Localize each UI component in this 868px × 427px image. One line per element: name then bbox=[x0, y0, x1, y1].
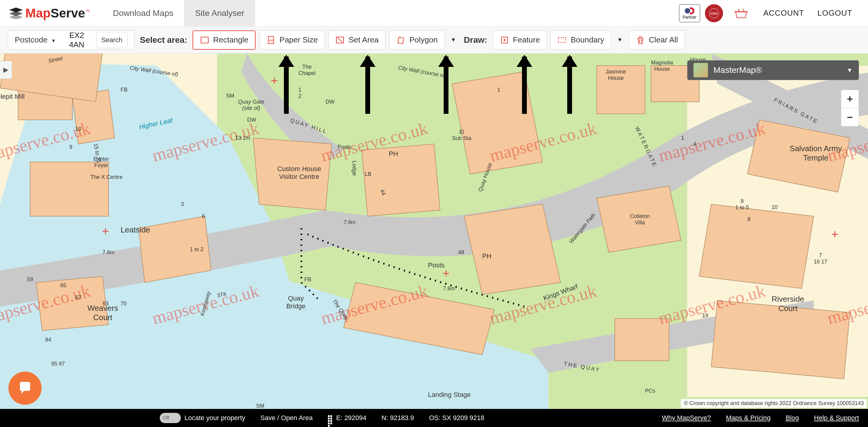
svg-marker-12 bbox=[398, 37, 404, 44]
set-area-button[interactable]: Set Area bbox=[328, 30, 385, 50]
grid-icon bbox=[328, 415, 334, 422]
zoom-out-button[interactable]: − bbox=[841, 108, 859, 126]
svg-rect-15 bbox=[558, 38, 566, 42]
boundary-icon bbox=[557, 35, 567, 45]
caret-down-icon: ▾ bbox=[50, 38, 57, 44]
polygon-icon bbox=[396, 35, 406, 45]
zoom-in-button[interactable]: + bbox=[841, 90, 859, 108]
logo[interactable]: MapServe™ bbox=[9, 6, 90, 21]
logo-tm: ™ bbox=[86, 9, 90, 14]
svg-marker-28 bbox=[253, 138, 332, 210]
feature-icon bbox=[500, 35, 509, 45]
logo-stack-icon bbox=[9, 7, 23, 19]
svg-point-14 bbox=[504, 39, 505, 41]
topbar: MapServe™ Download Maps Site Analyser Pa… bbox=[0, 0, 868, 27]
riba-icon: RIBA bbox=[709, 8, 719, 19]
locate-toggle[interactable]: Off Locate your property bbox=[160, 413, 245, 423]
zoom-control: + − bbox=[841, 90, 859, 127]
layer-thumb-icon bbox=[693, 63, 708, 77]
riba-badge[interactable]: RIBA bbox=[705, 4, 723, 22]
postcode-group: Postcode ▾ EX2 4AN Search bbox=[8, 30, 134, 50]
svg-text:RIBA: RIBA bbox=[710, 12, 718, 15]
northing: N: 92183.9 bbox=[381, 414, 414, 422]
svg-marker-25 bbox=[36, 276, 108, 331]
rectangle-icon bbox=[200, 35, 210, 45]
map-copyright: © Crown copyright and database rights 20… bbox=[681, 399, 867, 408]
side-panel-toggle[interactable]: ▶ bbox=[0, 61, 12, 79]
svg-marker-2 bbox=[9, 15, 23, 19]
os-partner-badge[interactable]: Partner bbox=[679, 4, 700, 22]
svg-point-3 bbox=[685, 8, 690, 13]
annotation-arrow bbox=[283, 57, 289, 117]
save-open-button[interactable]: Save / Open Area bbox=[260, 414, 313, 422]
os-logo-icon bbox=[684, 7, 695, 15]
toolbar: Postcode ▾ EX2 4AN Search Select area: R… bbox=[0, 27, 868, 54]
locate-label: Locate your property bbox=[184, 414, 245, 422]
select-area-label: Select area: bbox=[140, 35, 187, 45]
polygon-button[interactable]: Polygon bbox=[389, 30, 444, 50]
svg-rect-24 bbox=[30, 162, 108, 216]
svg-rect-7 bbox=[201, 37, 208, 43]
svg-marker-35 bbox=[597, 186, 681, 252]
postcode-dropdown[interactable]: Postcode ▾ bbox=[15, 35, 57, 44]
svg-rect-39 bbox=[615, 319, 669, 361]
svg-marker-26 bbox=[138, 216, 211, 283]
tab-site-analyser[interactable]: Site Analyser bbox=[184, 0, 255, 27]
set-area-icon bbox=[335, 35, 345, 45]
chat-button[interactable] bbox=[8, 371, 41, 405]
svg-line-11 bbox=[338, 38, 342, 42]
feature-button[interactable]: Feature bbox=[493, 30, 547, 50]
toggle-off-pill: Off bbox=[160, 413, 181, 423]
link-maps-pricing[interactable]: Maps & Pricing bbox=[726, 414, 771, 422]
tab-download-maps[interactable]: Download Maps bbox=[102, 0, 184, 27]
svg-marker-29 bbox=[362, 144, 440, 216]
statusbar: Off Locate your property Save / Open Are… bbox=[0, 409, 868, 427]
draw-more-caret[interactable]: ▼ bbox=[615, 37, 625, 43]
svg-rect-33 bbox=[597, 66, 645, 114]
svg-text:A4: A4 bbox=[269, 39, 273, 42]
svg-marker-38 bbox=[711, 300, 850, 379]
rectangle-button[interactable]: Rectangle bbox=[193, 30, 255, 50]
nav-tabs: Download Maps Site Analyser bbox=[102, 0, 255, 27]
os-ref: OS: SX 9209 9218 bbox=[429, 414, 484, 422]
postcode-value[interactable]: EX2 4AN bbox=[61, 31, 93, 50]
map-canvas[interactable]: mapserve.co.uk mapserve.co.uk mapserve.c… bbox=[0, 54, 868, 409]
map-tiles bbox=[0, 54, 868, 409]
draw-label: Draw: bbox=[464, 35, 487, 45]
search-button[interactable]: Search bbox=[96, 32, 127, 48]
clear-all-button[interactable]: Clear All bbox=[629, 30, 685, 50]
link-blog[interactable]: Blog bbox=[786, 414, 799, 422]
paper-size-button[interactable]: A4 Paper Size bbox=[259, 30, 324, 50]
easting: E: 292094 bbox=[328, 414, 366, 422]
trash-icon bbox=[636, 35, 645, 45]
annotation-arrow bbox=[365, 57, 371, 117]
annotation-arrow bbox=[567, 57, 572, 117]
svg-marker-37 bbox=[699, 204, 814, 289]
logout-link[interactable]: LOGOUT bbox=[817, 8, 852, 18]
layer-selected-label: MasterMap® bbox=[713, 65, 762, 75]
annotation-arrow bbox=[443, 57, 449, 117]
annotation-arrow bbox=[521, 57, 527, 117]
partner-label: Partner bbox=[683, 15, 696, 20]
chat-icon bbox=[18, 381, 33, 396]
basket-icon[interactable] bbox=[735, 8, 748, 19]
paper-icon: A4 bbox=[266, 35, 276, 45]
link-why-mapserve[interactable]: Why MapServe? bbox=[662, 414, 711, 422]
map-viewport[interactable]: mapserve.co.uk mapserve.co.uk mapserve.c… bbox=[0, 54, 868, 409]
account-link[interactable]: ACCOUNT bbox=[764, 8, 804, 18]
logo-text-map: MapServe bbox=[25, 6, 85, 20]
select-area-more-caret[interactable]: ▼ bbox=[448, 37, 458, 43]
boundary-button[interactable]: Boundary bbox=[550, 30, 611, 50]
caret-down-icon: ▼ bbox=[846, 67, 852, 74]
layer-dropdown[interactable]: MasterMap® ▼ bbox=[687, 60, 859, 80]
link-help-support[interactable]: Help & Support bbox=[814, 414, 859, 422]
